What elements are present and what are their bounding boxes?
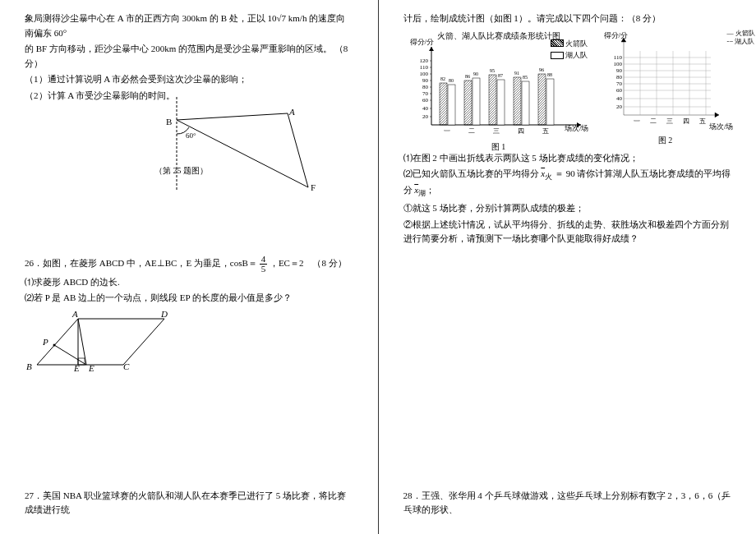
p26-head-text: 26．如图，在菱形 ABCD 中，AE⊥BC，E 为垂足，cosB＝ xyxy=(25,258,257,268)
p27-cont: 计后，绘制成统计图（如图 1）。请完成以下四个问题：（8 分） xyxy=(403,12,732,26)
label-B: B xyxy=(26,360,32,375)
svg-marker-4 xyxy=(37,319,164,365)
label-A: A xyxy=(289,105,295,120)
ylabel-1: 得分/分 xyxy=(410,36,435,48)
label-C: C xyxy=(123,360,129,375)
p26-heading: 26．如图，在菱形 ABCD 中，AE⊥BC，E 为垂足，cosB＝ 4 5 ，… xyxy=(25,255,353,274)
legend-1: 火箭队 湖人队 xyxy=(551,38,588,62)
svg-text:五: 五 xyxy=(699,117,706,125)
label-F: F xyxy=(311,181,316,196)
svg-text:60: 60 xyxy=(616,87,623,94)
line-chart: 204060 708090 100110 一二三 四五 得分/分 场次/场 — … xyxy=(604,30,727,145)
svg-text:85: 85 xyxy=(523,75,528,80)
svg-line-3 xyxy=(288,113,308,187)
q2c: ； xyxy=(426,185,435,195)
svg-rect-29 xyxy=(538,74,546,125)
figure-25: B A F 60° （第 25 题图） xyxy=(148,97,329,196)
svg-text:三: 三 xyxy=(493,127,500,135)
p28: 28．王强、张华用 4 个乒乓球做游戏，这些乒乓球上分别标有数字 2，3，6，6… xyxy=(403,489,732,518)
svg-text:90: 90 xyxy=(473,71,478,76)
svg-text:二: 二 xyxy=(468,127,475,135)
svg-line-6 xyxy=(78,319,86,365)
svg-text:120: 120 xyxy=(419,58,428,64)
fig2-label: 图 2 xyxy=(604,134,727,147)
svg-text:88: 88 xyxy=(547,72,552,77)
sub1: 火 xyxy=(545,173,552,181)
svg-text:87: 87 xyxy=(498,73,503,78)
svg-text:70: 70 xyxy=(616,81,623,87)
svg-line-9 xyxy=(54,345,86,365)
xlabel-2: 场次/场 xyxy=(709,121,734,132)
svg-text:110: 110 xyxy=(613,54,622,61)
p27: 27．美国 NBA 职业篮球赛的火箭队和湖人队在本赛季已进行了 5 场比赛，将比… xyxy=(25,489,353,518)
svg-rect-26 xyxy=(497,80,505,125)
q2a: ⑵已知火箭队五场比赛的平均得分 xyxy=(403,168,542,178)
svg-text:60: 60 xyxy=(422,97,429,104)
svg-text:一: 一 xyxy=(444,127,450,135)
figure-25-caption: （第 25 题图） xyxy=(154,164,208,177)
svg-rect-23 xyxy=(464,81,472,125)
svg-text:70: 70 xyxy=(422,90,429,97)
frac-den: 5 xyxy=(260,265,268,274)
svg-text:95: 95 xyxy=(490,68,495,73)
svg-text:20: 20 xyxy=(422,113,429,120)
svg-rect-30 xyxy=(546,79,554,125)
svg-text:二: 二 xyxy=(650,117,657,125)
svg-text:四: 四 xyxy=(683,117,689,125)
q27-4: ②根据上述统计情况，试从平均得分、折线的走势、获胜场次和极差四个方面分别进行简要… xyxy=(403,218,732,246)
svg-text:80: 80 xyxy=(449,78,454,83)
legend-swatch-b xyxy=(551,52,564,59)
legend-2: — 火箭队 -·- 湖人队 xyxy=(727,30,755,47)
svg-rect-28 xyxy=(522,81,529,125)
right-column: 计后，绘制成统计图（如图 1）。请完成以下四个问题：（8 分） 火箭、湖人队比赛… xyxy=(379,0,757,534)
svg-text:40: 40 xyxy=(422,105,429,112)
page: 象局测得沙尘暴中心在 A 市的正西方向 300km 的 B 处，正以 10√7 … xyxy=(0,0,756,534)
label-A: A xyxy=(72,307,78,322)
q27-3: ①就这 5 场比赛，分别计算两队成绩的极差； xyxy=(403,201,732,216)
svg-text:90: 90 xyxy=(422,77,429,84)
label-angle: 60° xyxy=(186,130,196,141)
svg-text:90: 90 xyxy=(616,67,623,74)
label-E2: E xyxy=(74,361,80,376)
svg-text:80: 80 xyxy=(616,74,623,81)
figure-26: A D B E E C P xyxy=(25,309,189,383)
xlabel-1: 场次/场 xyxy=(565,122,589,134)
svg-text:40: 40 xyxy=(616,95,623,102)
svg-rect-21 xyxy=(440,83,447,125)
p25-q1: （1）通过计算说明 A 市必然会受到这次沙尘暴的影响； xyxy=(25,72,353,87)
charts-row: 火箭、湖人队比赛成绩条形统计图 xyxy=(408,30,732,145)
svg-text:91: 91 xyxy=(514,71,519,76)
svg-text:100: 100 xyxy=(613,61,622,67)
svg-text:100: 100 xyxy=(419,71,428,77)
label-D: D xyxy=(161,307,168,322)
svg-text:96: 96 xyxy=(539,67,544,72)
fig1-label: 图 1 xyxy=(408,140,589,154)
legend2-b: 湖人队 xyxy=(735,38,754,45)
svg-text:三: 三 xyxy=(666,117,673,125)
svg-rect-27 xyxy=(514,77,521,125)
p26-q2: ⑵若 P 是 AB 边上的一个动点，则线段 EP 的长度的最小值是多少？ xyxy=(25,291,353,306)
legend2-a: 火箭队 xyxy=(735,30,755,37)
figure-25-svg xyxy=(148,97,329,196)
fraction-icon: 4 5 xyxy=(260,255,268,274)
p26-q1: ⑴求菱形 ABCD 的边长. xyxy=(25,275,353,290)
legend-swatch-a xyxy=(551,39,564,47)
p26-tail-text: ，EC＝2 （8 分） xyxy=(270,258,347,268)
p25-line1: 象局测得沙尘暴中心在 A 市的正西方向 300km 的 B 处，正以 10√7 … xyxy=(25,12,353,40)
svg-text:82: 82 xyxy=(440,76,445,81)
sub2: 湖 xyxy=(418,189,426,197)
legend-a: 火箭队 xyxy=(565,38,588,49)
line-chart-svg: 204060 708090 100110 一二三 四五 xyxy=(604,30,727,132)
svg-rect-25 xyxy=(489,75,496,125)
left-column: 象局测得沙尘暴中心在 A 市的正西方向 300km 的 B 处，正以 10√7 … xyxy=(0,0,378,534)
svg-text:五: 五 xyxy=(542,127,549,135)
bar-chart: 火箭、湖人队比赛成绩条形统计图 xyxy=(408,30,589,145)
svg-text:一: 一 xyxy=(634,117,640,125)
svg-text:80: 80 xyxy=(422,84,429,90)
svg-text:86: 86 xyxy=(465,74,470,79)
q27-2: ⑵已知火箭队五场比赛的平均得分 x火 ＝ 90 请你计算湖人队五场比赛成绩的平均… xyxy=(403,167,732,200)
ylabel-2: 得分/分 xyxy=(604,30,629,41)
svg-text:20: 20 xyxy=(616,104,623,110)
svg-text:四: 四 xyxy=(518,127,524,135)
svg-rect-24 xyxy=(472,78,480,125)
